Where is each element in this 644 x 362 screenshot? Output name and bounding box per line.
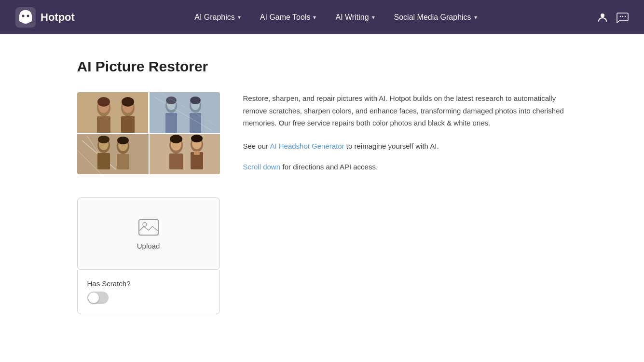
photo-collage (77, 92, 220, 174)
svg-rect-39 (117, 154, 129, 169)
nav-ai-writing-chevron: ▾ (372, 14, 375, 21)
svg-rect-35 (97, 153, 110, 169)
svg-point-23 (166, 97, 177, 104)
svg-point-41 (117, 137, 129, 144)
see-our-text: See our (243, 142, 269, 150)
svg-point-4 (601, 14, 604, 17)
svg-point-53 (143, 223, 147, 226)
scroll-suffix-text: for directions and API access. (283, 163, 378, 171)
svg-rect-8 (77, 92, 149, 133)
intro-section: Restore, sharpen, and repair pictures wi… (77, 92, 567, 174)
toggle-track[interactable] (87, 292, 109, 304)
nav-ai-game-tools-label: AI Game Tools (260, 13, 311, 22)
headshot-line: See our AI Headshot Generator to reimagi… (243, 140, 567, 153)
brand-name: Hotpot (41, 11, 75, 24)
svg-rect-42 (150, 134, 220, 174)
svg-rect-19 (150, 92, 220, 133)
svg-point-27 (190, 97, 201, 104)
chat-icon-button[interactable] (616, 11, 629, 24)
user-icon-button[interactable] (597, 12, 608, 23)
user-icon (597, 12, 608, 23)
upload-label: Upload (137, 242, 160, 250)
nav-ai-graphics-chevron: ▾ (238, 14, 241, 21)
intro-text: Restore, sharpen, and repair pictures wi… (243, 92, 567, 171)
page-title: AI Picture Restorer (77, 58, 567, 75)
svg-rect-10 (97, 116, 110, 133)
brand-logo-link[interactable]: Hotpot (15, 7, 75, 28)
nav-ai-writing[interactable]: AI Writing ▾ (327, 9, 383, 26)
svg-point-5 (620, 15, 621, 16)
upload-image-icon (138, 218, 159, 237)
headshot-suffix-text: to reimagine yourself with AI. (346, 142, 439, 150)
svg-rect-21 (165, 113, 177, 133)
scroll-line: Scroll down for directions and API acces… (243, 163, 567, 171)
nav-ai-game-tools-chevron: ▾ (313, 14, 316, 21)
svg-point-7 (625, 15, 626, 16)
navbar-icon-group (597, 11, 629, 24)
svg-rect-44 (169, 153, 183, 169)
upload-section: Upload Has Scratch? (77, 197, 220, 314)
toggle-thumb (88, 292, 99, 303)
scroll-down-link[interactable]: Scroll down (243, 163, 281, 171)
nav-ai-graphics-label: AI Graphics (194, 13, 235, 22)
nav-items: AI Graphics ▾ AI Game Tools ▾ AI Writing… (186, 9, 485, 26)
svg-point-6 (622, 15, 623, 16)
svg-point-46 (170, 135, 182, 143)
svg-point-12 (97, 97, 110, 107)
has-scratch-toggle[interactable] (87, 292, 109, 304)
svg-point-16 (122, 97, 134, 107)
nav-social-media-graphics[interactable]: Social Media Graphics ▾ (385, 9, 486, 26)
svg-rect-30 (77, 134, 149, 174)
svg-rect-52 (139, 220, 158, 235)
nav-social-media-graphics-label: Social Media Graphics (394, 13, 471, 22)
navbar: Hotpot AI Graphics ▾ AI Game Tools ▾ AI … (0, 0, 644, 34)
nav-social-media-graphics-chevron: ▾ (474, 14, 477, 21)
svg-point-37 (98, 136, 110, 143)
hotpot-logo (15, 7, 36, 28)
has-scratch-row: Has Scratch? (87, 279, 210, 288)
svg-point-2 (22, 14, 25, 17)
upload-box[interactable]: Upload (77, 197, 220, 270)
intro-paragraph: Restore, sharpen, and repair pictures wi… (243, 92, 567, 129)
nav-ai-writing-label: AI Writing (335, 13, 369, 22)
svg-rect-14 (121, 116, 135, 133)
svg-point-3 (27, 14, 29, 17)
svg-rect-51 (194, 151, 200, 155)
chat-icon (616, 11, 629, 24)
options-box: Has Scratch? (77, 270, 220, 314)
has-scratch-label: Has Scratch? (87, 279, 131, 288)
main-content: AI Picture Restorer (62, 34, 583, 338)
headshot-generator-link[interactable]: AI Headshot Generator (270, 142, 344, 150)
nav-ai-graphics[interactable]: AI Graphics ▾ (186, 9, 249, 26)
svg-point-50 (191, 135, 203, 142)
nav-ai-game-tools[interactable]: AI Game Tools ▾ (251, 9, 325, 26)
